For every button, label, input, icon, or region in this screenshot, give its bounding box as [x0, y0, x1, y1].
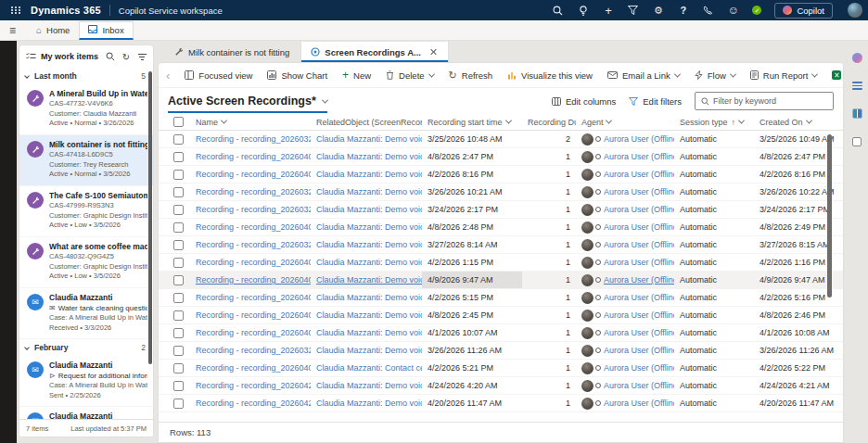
feedback-smiley-icon[interactable]: ☺: [727, 5, 739, 17]
row-checkbox[interactable]: [173, 222, 184, 233]
tab-screen-recordings[interactable]: Screen Recordings A...: [300, 42, 449, 62]
related-object-link[interactable]: Claudia Mazzanti: Demo voice call w...: [316, 134, 422, 144]
search-icon[interactable]: [552, 5, 564, 17]
related-object-link[interactable]: Claudia Mazzanti: Demo voice call w...: [316, 293, 422, 302]
focused-view-button[interactable]: Focused view: [185, 70, 252, 81]
copilot-button[interactable]: Copilot: [774, 3, 833, 19]
agenda-list-icon[interactable]: [851, 80, 863, 92]
recording-name-link[interactable]: Recording - recording_20260408_201...: [196, 222, 311, 232]
agent-link[interactable]: Aurora User (Offline): [604, 205, 674, 214]
table-row[interactable]: Recording - recording_20260326_155... Cl…: [159, 184, 843, 201]
recording-name-link[interactable]: Recording - recording_20260325_161...: [196, 134, 311, 144]
grid-scrollbar[interactable]: [827, 134, 832, 297]
nav-tab-home[interactable]: ⌂ Home: [27, 21, 79, 40]
row-checkbox[interactable]: [173, 134, 184, 145]
flow-button[interactable]: Flow: [695, 70, 735, 81]
hamburger-menu-icon[interactable]: ≡: [9, 24, 16, 37]
table-row[interactable]: Recording - recording_20260327_134... Cl…: [159, 236, 843, 254]
column-header-agent[interactable]: Agent: [576, 118, 674, 127]
excel-templates-button[interactable]: Excel Templates: [832, 70, 844, 81]
work-item[interactable]: ✉ Claudia Mazzanti ⊳Request for addition…: [19, 356, 153, 407]
agent-link[interactable]: Aurora User (Offline): [604, 222, 674, 232]
related-object-link[interactable]: Claudia Mazzanti: Demo voice call w...: [316, 275, 422, 285]
edit-filters-button[interactable]: Edit filters: [629, 96, 682, 107]
inbox-group-header[interactable]: Last month 5: [19, 68, 153, 84]
recording-name-link[interactable]: Recording - recording_20260423_212...: [196, 381, 311, 390]
edit-columns-button[interactable]: Edit columns: [552, 96, 616, 107]
run-report-button[interactable]: Run Report: [750, 70, 818, 81]
row-checkbox[interactable]: [173, 170, 184, 180]
table-row[interactable]: Recording - recording_20260408_201... Cl…: [159, 219, 843, 236]
table-row[interactable]: Recording - recording_20260409_151... Cl…: [159, 272, 843, 289]
column-header-session-type[interactable]: Session type↑: [674, 118, 754, 127]
tab-case[interactable]: Milk container is not fitting: [165, 42, 299, 62]
recording-name-link[interactable]: Recording - recording_20260402_225...: [196, 363, 311, 373]
table-row[interactable]: Recording - recording_20260401_153... Cl…: [159, 324, 843, 342]
recording-name-link[interactable]: Recording - recording_20260403_014...: [196, 170, 311, 179]
work-item[interactable]: ✉ The Cafe S-100 Semiautomatic has ... C…: [19, 186, 153, 237]
row-checkbox[interactable]: [173, 187, 184, 197]
delete-button[interactable]: Delete: [386, 70, 433, 81]
row-checkbox[interactable]: [173, 310, 184, 321]
related-object-link[interactable]: Claudia Mazzanti: Demo voice call w...: [316, 205, 422, 214]
close-icon[interactable]: [429, 47, 439, 57]
phone-icon[interactable]: [702, 5, 714, 17]
agent-link[interactable]: Aurora User (Offline): [604, 328, 674, 337]
recording-name-link[interactable]: Recording - recording_20260326_155...: [196, 187, 311, 196]
recording-name-link[interactable]: Recording - recording_20260408_201...: [196, 310, 311, 320]
recording-name-link[interactable]: Recording - recording_20260402_184...: [196, 258, 311, 267]
column-header-created-on[interactable]: Created On: [754, 118, 843, 127]
back-icon[interactable]: ‹: [166, 69, 170, 82]
agent-link[interactable]: Aurora User (Offline): [604, 134, 674, 144]
table-row[interactable]: Recording - recording_20260420_171... Cl…: [159, 395, 843, 412]
table-row[interactable]: Recording - recording_20260402_225... Cl…: [159, 360, 843, 377]
row-checkbox[interactable]: [173, 240, 184, 250]
recording-name-link[interactable]: Recording - recording_20260402_224...: [196, 293, 311, 302]
table-row[interactable]: Recording - recording_20260423_212... Cl…: [159, 377, 843, 395]
inbox-scrollbar[interactable]: [148, 71, 152, 364]
row-checkbox[interactable]: [173, 258, 184, 268]
agent-link[interactable]: Aurora User (Offline): [604, 258, 674, 267]
related-object-link[interactable]: Claudia Mazzanti: Demo voice call w...: [316, 328, 422, 337]
agent-link[interactable]: Aurora User (Offline): [604, 399, 674, 408]
agent-link[interactable]: Aurora User (Offline): [604, 170, 674, 179]
row-checkbox[interactable]: [173, 152, 184, 162]
waffle-icon[interactable]: [11, 6, 21, 14]
nav-tab-inbox[interactable]: Inbox: [79, 21, 133, 40]
row-checkbox[interactable]: [173, 293, 184, 303]
row-checkbox[interactable]: [173, 205, 184, 215]
settings-gear-icon[interactable]: ⚙: [652, 5, 664, 17]
column-header-start-time[interactable]: Recording start time: [422, 118, 522, 127]
inbox-filter-icon[interactable]: [136, 51, 147, 62]
work-item[interactable]: ✉ Milk container is not fitting CAS-4741…: [19, 135, 153, 186]
table-row[interactable]: Recording - recording_20260325_161... Cl…: [159, 131, 843, 148]
visualize-view-button[interactable]: Visualize this view: [507, 70, 593, 81]
agent-link[interactable]: Aurora User (Offline): [604, 346, 674, 355]
view-selector[interactable]: Active Screen Recordings*: [168, 88, 327, 114]
related-object-link[interactable]: Claudia Mazzanti: Demo voice call w...: [316, 187, 422, 196]
agent-link[interactable]: Aurora User (Offline): [604, 187, 674, 196]
agent-link[interactable]: Aurora User (Offline): [604, 293, 674, 302]
agent-link[interactable]: Aurora User (Offline): [604, 310, 674, 320]
email-link-button[interactable]: Email a Link: [607, 70, 680, 81]
related-object-link[interactable]: Claudia Mazzanti: Demo voice call w...: [316, 381, 422, 390]
table-row[interactable]: Recording - recording_20260402_224... Cl…: [159, 289, 843, 307]
new-button[interactable]: + New: [342, 69, 371, 82]
row-checkbox[interactable]: [173, 275, 184, 285]
column-header-related-object[interactable]: RelatedObject (ScreenRecording): [311, 118, 422, 127]
column-header-duration[interactable]: Recording Du...: [522, 118, 576, 127]
row-checkbox[interactable]: [173, 399, 184, 409]
work-item[interactable]: ✉ What are some coffee machines cle... C…: [19, 237, 153, 288]
row-checkbox[interactable]: [173, 346, 184, 356]
refresh-button[interactable]: ↻ Refresh: [449, 70, 492, 82]
table-row[interactable]: Recording - recording_20260324_194... Cl…: [159, 201, 843, 219]
inbox-group-header[interactable]: February 2: [19, 339, 153, 356]
related-object-link[interactable]: Claudia Mazzanti: Demo voice call w...: [316, 152, 422, 161]
inbox-search-icon[interactable]: [105, 51, 116, 62]
recording-name-link[interactable]: Recording - recording_20260326_165...: [196, 346, 311, 355]
forms-icon[interactable]: [851, 135, 863, 147]
related-object-link[interactable]: Claudia Mazzanti: Contact center voi...: [316, 363, 422, 373]
filter-icon[interactable]: [627, 5, 639, 17]
recording-name-link[interactable]: Recording - recording_20260324_194...: [196, 205, 311, 214]
agent-link[interactable]: Aurora User (Offline): [604, 363, 674, 373]
